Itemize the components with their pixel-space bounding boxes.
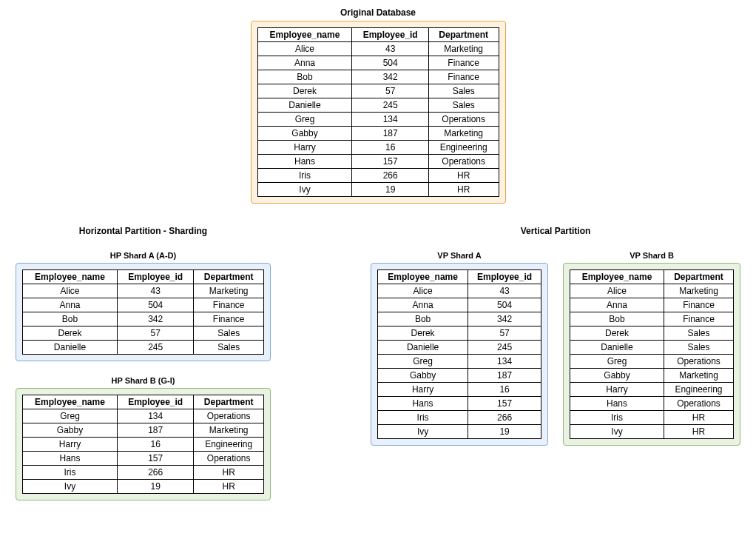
table-cell: 342: [352, 70, 428, 84]
table-row: Danielle245: [378, 341, 541, 355]
hp-shard-a-table: Employee_name Employee_id Department Ali…: [22, 269, 264, 355]
horizontal-title: Horizontal Partition - Sharding: [16, 226, 271, 236]
table-row: Derek57Sales: [23, 326, 264, 341]
vertical-title: Vertical Partition: [371, 226, 740, 236]
table-cell: 16: [117, 438, 193, 452]
table-cell: Anna: [570, 298, 664, 312]
table-cell: 19: [468, 425, 541, 439]
table-cell: 57: [117, 326, 193, 341]
table-cell: Bob: [23, 312, 118, 326]
table-cell: 342: [468, 312, 541, 326]
table-row: Anna504Finance: [23, 298, 264, 312]
table-cell: Sales: [428, 98, 499, 113]
table-row: Danielle245Sales: [23, 341, 264, 355]
table-cell: Finance: [428, 56, 499, 70]
table-cell: Greg: [378, 355, 468, 369]
hp-shard-b-tbody: Greg134OperationsGabby187MarketingHarry1…: [23, 409, 264, 494]
table-cell: Hans: [23, 452, 118, 466]
table-cell: 16: [468, 383, 541, 397]
original-title: Original Database: [251, 7, 506, 18]
table-row: Danielle245Sales: [257, 98, 499, 113]
table-row: AliceMarketing: [570, 284, 734, 298]
table-row: Harry16Engineering: [257, 141, 499, 155]
table-row: AnnaFinance: [570, 298, 734, 312]
table-cell: 43: [117, 284, 193, 298]
table-cell: Bob: [257, 70, 352, 84]
table-cell: Alice: [570, 284, 664, 298]
vp-shard-b-title: VP Shard B: [563, 251, 740, 260]
table-row: Anna504Finance: [257, 56, 499, 70]
table-cell: 187: [117, 423, 193, 438]
table-row: Gabby187: [378, 369, 541, 383]
table-cell: HR: [428, 169, 499, 183]
col-name: Employee_name: [23, 395, 118, 409]
vp-shard-a-table: Employee_name Employee_id Alice43Anna504…: [377, 269, 541, 439]
table-row: HansOperations: [570, 397, 734, 411]
table-cell: Danielle: [378, 341, 468, 355]
col-dept: Department: [194, 270, 264, 284]
table-row: HarryEngineering: [570, 383, 734, 397]
col-name: Employee_name: [257, 28, 352, 42]
col-dept: Department: [428, 28, 499, 42]
table-cell: 504: [468, 298, 541, 312]
horizontal-partition-block: Horizontal Partition - Sharding HP Shard…: [16, 226, 271, 515]
col-id: Employee_id: [117, 395, 193, 409]
table-cell: Gabby: [257, 127, 352, 141]
table-cell: 266: [117, 466, 193, 480]
table-row: GabbyMarketing: [570, 369, 734, 383]
table-row: Iris266: [378, 411, 541, 425]
hp-shard-a-card: Employee_name Employee_id Department Ali…: [16, 263, 271, 361]
table-cell: Harry: [23, 438, 118, 452]
table-cell: Danielle: [23, 341, 118, 355]
table-cell: Iris: [23, 466, 118, 480]
table-cell: Gabby: [23, 423, 118, 438]
table-cell: Greg: [23, 409, 118, 423]
table-row: Alice43Marketing: [257, 42, 499, 56]
table-cell: 342: [117, 312, 193, 326]
table-cell: Hans: [570, 397, 664, 411]
table-row: Bob342: [378, 312, 541, 326]
table-cell: 187: [352, 127, 428, 141]
hp-shard-a-tbody: Alice43MarketingAnna504FinanceBob342Fina…: [23, 284, 264, 355]
table-row: Greg134Operations: [23, 409, 264, 423]
table-row: Hans157: [378, 397, 541, 411]
table-row: BobFinance: [570, 312, 734, 326]
col-name: Employee_name: [570, 270, 664, 284]
vertical-partition-block: Vertical Partition VP Shard A Employee_n…: [371, 226, 740, 460]
table-cell: Gabby: [378, 369, 468, 383]
table-cell: Operations: [428, 155, 499, 169]
table-cell: 266: [468, 411, 541, 425]
table-cell: Harry: [570, 383, 664, 397]
table-row: Ivy19HR: [23, 480, 264, 494]
vp-shard-b-table: Employee_name Department AliceMarketingA…: [570, 269, 734, 439]
table-cell: Harry: [257, 141, 352, 155]
vp-shard-b-tbody: AliceMarketingAnnaFinanceBobFinanceDerek…: [570, 284, 734, 439]
vp-shard-a-block: VP Shard A Employee_name Employee_id Ali…: [371, 251, 548, 446]
table-cell: 57: [352, 84, 428, 98]
vp-shard-b-card: Employee_name Department AliceMarketingA…: [563, 263, 740, 446]
table-cell: Gabby: [570, 369, 664, 383]
table-cell: 19: [352, 183, 428, 197]
table-cell: HR: [194, 466, 264, 480]
table-cell: Sales: [194, 341, 264, 355]
table-cell: 43: [468, 284, 541, 298]
hp-shard-b-block: HP Shard B (G-I) Employee_name Employee_…: [16, 376, 271, 500]
col-dept: Department: [664, 270, 734, 284]
table-cell: Marketing: [194, 284, 264, 298]
table-cell: Operations: [664, 397, 734, 411]
table-cell: Anna: [257, 56, 352, 70]
col-id: Employee_id: [352, 28, 428, 42]
col-name: Employee_name: [23, 270, 118, 284]
table-cell: Greg: [257, 113, 352, 127]
original-table: Employee_name Employee_id Department Ali…: [257, 27, 499, 197]
table-cell: Derek: [570, 326, 664, 341]
table-row: GregOperations: [570, 355, 734, 369]
col-id: Employee_id: [117, 270, 193, 284]
table-cell: Anna: [378, 298, 468, 312]
table-cell: 43: [352, 42, 428, 56]
table-cell: 157: [468, 397, 541, 411]
table-cell: Marketing: [428, 42, 499, 56]
table-cell: Operations: [194, 452, 264, 466]
table-cell: Derek: [257, 84, 352, 98]
hp-shard-a-block: HP Shard A (A-D) Employee_name Employee_…: [16, 251, 271, 361]
